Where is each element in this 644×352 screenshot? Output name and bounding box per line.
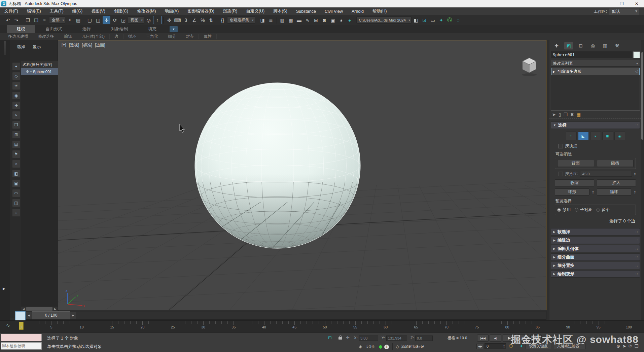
pin-stack-icon[interactable]: ➤: [552, 112, 556, 117]
motion-tab[interactable]: ◎: [588, 42, 597, 49]
spinner-icon[interactable]: ▲▼: [634, 172, 636, 176]
polygon-subobject-icon[interactable]: ■: [602, 132, 613, 140]
ribbon-tab[interactable]: 建模: [7, 25, 35, 33]
command-panel-scrollbar[interactable]: [641, 42, 643, 318]
display-hidden-filter-icon[interactable]: ○: [12, 160, 20, 168]
select-and-place-icon[interactable]: ↑: [153, 16, 162, 24]
ribbon-drag-handle[interactable]: [1, 26, 4, 32]
vertex-subobject-icon[interactable]: ∷: [566, 132, 577, 140]
menu-item[interactable]: 创建(C): [110, 8, 133, 14]
utilities-tab[interactable]: ⚒: [613, 42, 621, 49]
remove-modifier-icon[interactable]: ✖: [570, 112, 574, 117]
display-geometry-filter-icon[interactable]: ●: [12, 62, 20, 70]
display-shapes-filter-icon[interactable]: ◇: [12, 72, 20, 80]
object-color-swatch[interactable]: [633, 51, 640, 58]
selection-rollout-header[interactable]: ▼ 选择 ∷: [551, 121, 640, 129]
bind-to-space-warp-icon[interactable]: ≈: [41, 16, 48, 24]
time-slider[interactable]: ◀ 0 / 100 ▶: [26, 311, 546, 320]
keyboard-shortcut-override-icon[interactable]: ⌨: [174, 16, 181, 24]
frame-step-icon[interactable]: ◀▶: [476, 344, 484, 349]
asset-tracking-icon[interactable]: ◧: [412, 16, 420, 24]
object-name-field[interactable]: Sphere001: [551, 51, 632, 58]
display-containers-filter-icon[interactable]: ▤: [12, 140, 20, 148]
explorer-settings-icon[interactable]: ◌: [12, 209, 20, 217]
ring-button[interactable]: 环形: [555, 188, 589, 196]
display-xrefs-filter-icon[interactable]: ⊞: [12, 131, 20, 139]
macro-recorder-field[interactable]: [1, 334, 42, 341]
display-lights-filter-icon[interactable]: ☀: [12, 82, 20, 90]
ribbon-tab[interactable]: 对象绘制: [101, 25, 138, 33]
window-crossing-toggle-icon[interactable]: ◫: [94, 16, 102, 24]
scroll-left-icon[interactable]: ◀: [21, 307, 26, 311]
ribbon-tab[interactable]: 选择: [72, 25, 101, 33]
select-object-icon[interactable]: ⌖: [66, 16, 74, 24]
material-editor-icon[interactable]: ◙: [321, 16, 328, 24]
select-and-manipulate-icon[interactable]: ✜: [165, 16, 173, 24]
menu-item[interactable]: 编辑(E): [23, 8, 45, 14]
rollout-header[interactable]: ▶编辑几何体∷: [551, 245, 640, 252]
selection-lock-icon[interactable]: [338, 336, 343, 340]
transform-gizmo-icon[interactable]: ✛: [346, 335, 350, 340]
panel-expand-arrow-icon[interactable]: ▶: [3, 287, 5, 290]
viewport-layout-icon[interactable]: ▭: [429, 16, 437, 24]
toolbar-separator[interactable]: [163, 17, 164, 24]
preview-radio[interactable]: 多个: [596, 207, 610, 213]
display-frozen-filter-icon[interactable]: ◧: [12, 170, 20, 178]
select-and-link-icon[interactable]: ❐: [24, 16, 32, 24]
rollout-header[interactable]: ▶编辑边∷: [551, 237, 640, 244]
menu-item[interactable]: Substance: [292, 9, 320, 14]
viewport-general-menu[interactable]: [+]: [62, 42, 66, 48]
maxscript-mini-listener[interactable]: 脚本迷你侦听: [1, 342, 42, 350]
unlink-selection-icon[interactable]: ❑: [32, 16, 40, 24]
ribbon-panel-caption[interactable]: 循环: [123, 34, 141, 39]
display-groups-filter-icon[interactable]: ❐: [12, 121, 20, 129]
ribbon-tab[interactable]: 自由形式: [35, 25, 72, 33]
rendered-frame-window-icon[interactable]: ◕: [337, 16, 345, 24]
stack-visibility-icon[interactable]: ◁: [635, 69, 638, 74]
redo-icon[interactable]: ↷: [12, 16, 20, 24]
ribbon-tab[interactable]: 填充: [138, 25, 167, 33]
undo-icon[interactable]: ↶: [4, 16, 12, 24]
backface-button[interactable]: 背面: [557, 160, 594, 167]
schematic-view-icon[interactable]: ⊞: [312, 16, 320, 24]
rollout-header[interactable]: ▶软选择∷: [551, 228, 640, 236]
menu-item[interactable]: Arnold: [347, 9, 368, 14]
menu-item[interactable]: 脚本(S): [269, 8, 292, 14]
open-recent-icon[interactable]: ⊡: [421, 16, 428, 24]
select-by-name-icon[interactable]: ▤: [74, 16, 82, 24]
explorer-tab[interactable]: 显示: [33, 44, 41, 50]
radio-icon[interactable]: [596, 208, 600, 212]
rollout-header[interactable]: ▶细分置换∷: [551, 262, 640, 269]
menu-item[interactable]: 工具(T): [45, 8, 68, 14]
x-coordinate-field[interactable]: 3.88: [359, 336, 378, 341]
snaps-toggle-icon[interactable]: 3: [182, 16, 190, 24]
enable-status-dot[interactable]: [379, 345, 382, 349]
named-selection-sets-dropdown[interactable]: 创建选择集: [227, 16, 255, 24]
maximize-icon[interactable]: ❐: [614, 0, 629, 7]
select-and-move-icon[interactable]: ✛: [103, 16, 110, 24]
go-to-start-button[interactable]: |◀◀: [477, 335, 489, 342]
display-spacewarps-filter-icon[interactable]: ≈: [12, 111, 20, 119]
display-bones-filter-icon[interactable]: ⚑: [12, 150, 20, 158]
y-coordinate-field[interactable]: 131.934: [386, 336, 407, 341]
viewport-filter-icon[interactable]: ▽: [98, 43, 101, 47]
loop-button[interactable]: 循环: [597, 188, 632, 196]
display-materials-filter-icon[interactable]: ▣: [12, 179, 20, 187]
use-pivot-point-center-icon[interactable]: ◎: [145, 16, 152, 24]
time-slider-handle[interactable]: 0 / 100: [32, 311, 70, 319]
ribbon-panel-caption[interactable]: 细分: [163, 34, 181, 39]
viewcube[interactable]: [518, 54, 540, 77]
ribbon-toggle-icon[interactable]: ▬: [295, 16, 303, 24]
preview-radio[interactable]: 子对象: [575, 207, 592, 213]
rollout-header[interactable]: ▶细分曲面∷: [551, 253, 640, 261]
scene-explorer-toggle-icon[interactable]: ▥: [279, 16, 286, 24]
visibility-eye-icon[interactable]: ⊙: [26, 69, 29, 74]
project-folder-dropdown[interactable]: C:\Users\Ad…ds Max 2024: [356, 16, 412, 24]
shrink-button[interactable]: 收缩: [555, 179, 594, 186]
occluded-button[interactable]: 阻挡: [597, 160, 634, 167]
by-angle-field[interactable]: 45.0: [580, 171, 632, 177]
curve-editor-icon[interactable]: ∿: [304, 16, 312, 24]
selection-filter-dropdown[interactable]: 全部: [49, 16, 65, 24]
ribbon-panel-caption[interactable]: 编辑: [59, 34, 77, 39]
grow-button[interactable]: 扩大: [597, 179, 636, 186]
